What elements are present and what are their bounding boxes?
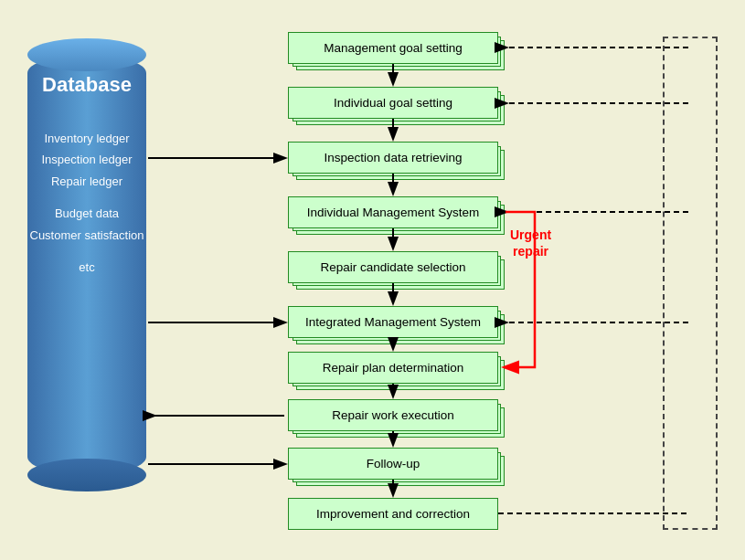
db-item-inspection: Inspection ledger (27, 149, 146, 170)
db-item-etc: etc (27, 257, 146, 278)
box-individual-mgmt: Individual Management System (288, 196, 498, 228)
box-repair-work: Repair work execution (288, 399, 498, 431)
box-individual-goal: Individual goal setting (288, 87, 498, 119)
database-label: Database (27, 73, 146, 97)
db-item-repair-ledger: Repair ledger (27, 171, 146, 192)
database-items: Inventory ledger Inspection ledger Repai… (27, 128, 146, 278)
db-item-budget: Budget data (27, 203, 146, 224)
urgent-repair-label: Urgentrepair (510, 227, 551, 259)
db-item-customer: Customer satisfaction (27, 225, 146, 246)
box-inspection-data: Inspection data retrieving (288, 142, 498, 174)
box-repair-plan: Repair plan determination (288, 352, 498, 384)
box-repair-candidate: Repair candidate selection (288, 251, 498, 283)
dashed-border-rect (663, 37, 718, 530)
db-item-inventory: Inventory ledger (27, 128, 146, 149)
box-follow-up: Follow-up (288, 448, 498, 480)
box-management-goal: Management goal setting (288, 32, 498, 64)
box-improvement: Improvement and correction (288, 498, 498, 530)
box-integrated-mgmt: Integrated Management System (288, 306, 498, 338)
diagram-container: Database Inventory ledger Inspection led… (0, 0, 745, 560)
